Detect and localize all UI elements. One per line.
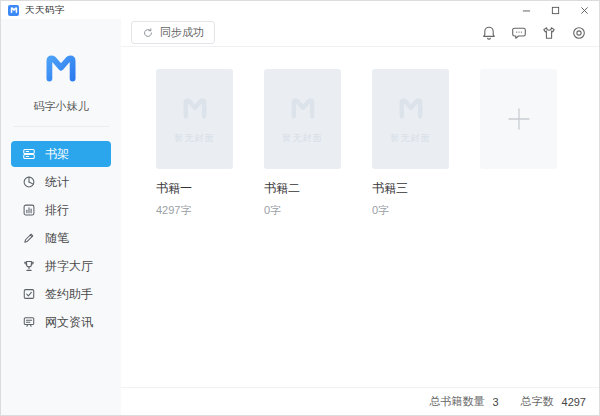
cover-logo-icon	[178, 93, 212, 123]
minimize-button[interactable]	[512, 1, 541, 19]
book-cover[interactable]: 暂无封面	[156, 69, 233, 169]
toolbar-icons	[481, 25, 587, 41]
news-monitor-icon	[22, 315, 36, 329]
sidebar-divider	[13, 126, 109, 127]
close-button[interactable]	[570, 1, 599, 19]
sidebar-item-bookshelf[interactable]: 书架	[11, 141, 111, 167]
app-window: 天天码字 码字小妹儿	[0, 0, 600, 416]
username: 码字小妹儿	[1, 99, 121, 114]
sidebar-item-label: 随笔	[45, 230, 69, 247]
sidebar: 码字小妹儿 书架 统计	[1, 19, 121, 415]
pie-chart-icon	[22, 175, 36, 189]
sync-icon	[142, 27, 154, 39]
sidebar-item-statistics[interactable]: 统计	[11, 169, 111, 195]
book-word-count: 4297字	[156, 203, 233, 218]
maximize-button[interactable]	[541, 1, 570, 19]
book-word-count: 0字	[372, 203, 449, 218]
book-card[interactable]: 暂无封面 书籍一 4297字	[156, 69, 233, 218]
window-controls	[512, 1, 599, 19]
sidebar-item-label: 签约助手	[45, 286, 93, 303]
sync-label: 同步成功	[160, 25, 204, 40]
message-icon[interactable]	[511, 25, 527, 41]
no-cover-label: 暂无封面	[391, 132, 431, 145]
book-cover[interactable]: 暂无封面	[372, 69, 449, 169]
sidebar-item-label: 书架	[45, 146, 69, 163]
book-cover[interactable]: 暂无封面	[264, 69, 341, 169]
total-words-label: 总字数	[521, 394, 554, 409]
ranking-icon	[22, 203, 36, 217]
window-title: 天天码字	[25, 4, 65, 17]
skin-shirt-icon[interactable]	[541, 25, 557, 41]
bookshelf-grid: 暂无封面 书籍一 4297字 暂无封面 书籍二 0字 暂	[121, 47, 599, 387]
bell-icon[interactable]	[481, 25, 497, 41]
toolbar: 同步成功	[121, 19, 599, 47]
settings-icon[interactable]	[571, 25, 587, 41]
no-cover-label: 暂无封面	[175, 132, 215, 145]
app-logo-large-icon	[42, 49, 80, 87]
bookshelf-icon	[22, 147, 36, 161]
titlebar: 天天码字	[1, 1, 599, 19]
add-icon	[507, 107, 531, 131]
book-title: 书籍三	[372, 180, 449, 197]
sidebar-item-contract-assistant[interactable]: 签约助手	[11, 281, 111, 307]
book-title: 书籍一	[156, 180, 233, 197]
book-word-count: 0字	[264, 203, 341, 218]
book-card[interactable]: 暂无封面 书籍二 0字	[264, 69, 341, 218]
cover-logo-icon	[286, 93, 320, 123]
sidebar-item-spelling-hall[interactable]: 拼字大厅	[11, 253, 111, 279]
sidebar-item-label: 排行	[45, 202, 69, 219]
sidebar-item-essay[interactable]: 随笔	[11, 225, 111, 251]
sidebar-item-ranking[interactable]: 排行	[11, 197, 111, 223]
total-books-value: 3	[492, 396, 498, 408]
total-books-label: 总书籍数量	[429, 394, 484, 409]
sidebar-item-label: 拼字大厅	[45, 258, 93, 275]
sync-button[interactable]: 同步成功	[131, 21, 215, 44]
app-logo-icon	[8, 5, 19, 16]
statusbar: 总书籍数量 3 总字数 4297	[121, 387, 599, 415]
total-words-value: 4297	[562, 396, 586, 408]
book-title: 书籍二	[264, 180, 341, 197]
sidebar-item-webnovel-news[interactable]: 网文资讯	[11, 309, 111, 335]
book-card[interactable]: 暂无封面 书籍三 0字	[372, 69, 449, 218]
sidebar-item-label: 统计	[45, 174, 69, 191]
pencil-icon	[22, 231, 36, 245]
no-cover-label: 暂无封面	[283, 132, 323, 145]
sidebar-item-label: 网文资讯	[45, 314, 93, 331]
cover-logo-icon	[394, 93, 428, 123]
contract-check-icon	[22, 287, 36, 301]
trophy-icon	[22, 259, 36, 273]
add-book-button[interactable]	[480, 69, 557, 169]
sidebar-menu: 书架 统计 排行 随笔	[1, 139, 121, 337]
